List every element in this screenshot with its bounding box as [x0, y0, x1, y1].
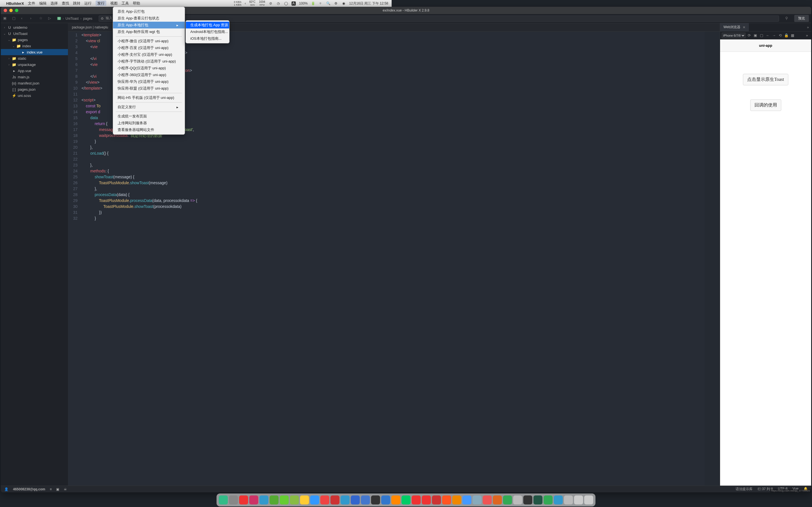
- menu-运行[interactable]: 运行: [84, 1, 92, 5]
- recycle-icon: ♻: [101, 17, 104, 20]
- publish-menu[interactable]: 原生 App-云打包原生 App-查看云打包状态原生 App-本地打包▸原生 A…: [113, 7, 185, 135]
- tree-item-unpackage[interactable]: ›📁unpackage: [1, 61, 68, 68]
- back-icon[interactable]: ‹: [21, 16, 26, 21]
- app-name[interactable]: HBuilderX: [6, 1, 24, 6]
- clock-icon[interactable]: ◷: [276, 1, 281, 6]
- dnd-icon[interactable]: ⊘: [269, 1, 273, 6]
- menu-编辑[interactable]: 编辑: [39, 1, 47, 5]
- breadcrumb[interactable]: U › UniToast › pages: [57, 17, 93, 20]
- save-icon[interactable]: ▢: [12, 16, 17, 21]
- tree-item-unidemo[interactable]: ›Uunidemo: [1, 24, 68, 31]
- menu-item[interactable]: 小程序-360(仅适用于 uni-app): [113, 71, 185, 78]
- local-package-submenu[interactable]: 生成本地打包 App 资源Android本地打包指南...iOS本地打包指南..…: [186, 20, 230, 43]
- menu-帮助[interactable]: 帮助: [133, 1, 140, 5]
- menu-item[interactable]: 快应用-联盟 (仅适用于 uni-app): [113, 85, 185, 92]
- prev-arrow-icon: ‹: [245, 1, 246, 5]
- maximize-button[interactable]: [15, 9, 18, 12]
- menu-item[interactable]: 小程序-QQ(仅适用于 uni-app): [113, 65, 185, 71]
- tree-item-pages.json[interactable]: [ ]pages.json: [1, 86, 68, 93]
- menu-item[interactable]: 快应用-华为 (仅适用于 uni-app): [113, 78, 185, 85]
- menu-item[interactable]: 上传网站到服务器: [113, 120, 185, 126]
- siri-icon[interactable]: ◉: [342, 1, 346, 6]
- menu-选择[interactable]: 选择: [50, 1, 58, 5]
- battery-icon[interactable]: 🔋: [311, 1, 315, 6]
- menu-视图[interactable]: 视图: [110, 1, 117, 5]
- minimize-button[interactable]: [9, 9, 13, 12]
- menu-item[interactable]: 查看服务器端网站文件: [113, 126, 185, 133]
- date-time[interactable]: 12月16日 周三 下午 12:58: [349, 1, 388, 6]
- forward-icon[interactable]: ›: [30, 16, 35, 21]
- menu-item[interactable]: 自定义发行▸: [113, 104, 185, 110]
- sidebar-toggle-icon[interactable]: ▣: [3, 16, 8, 21]
- menu-item[interactable]: 原生 App-本地打包▸: [113, 22, 185, 29]
- tree-item-index[interactable]: ⌄📁index: [1, 43, 68, 49]
- menu-item[interactable]: 原生 App-云打包: [113, 8, 185, 15]
- menu-item[interactable]: 小程序-百度 (仅适用于 uni-app): [113, 45, 185, 51]
- breadcrumb-root-icon: U: [57, 17, 61, 20]
- tree-item-static[interactable]: ›📁static: [1, 55, 68, 61]
- project-explorer[interactable]: ›Uunidemo⌄UUniToast⌄📁pages⌄📁index▸index.…: [1, 23, 68, 244]
- submenu-item[interactable]: iOS本地打包指南...: [186, 35, 229, 42]
- menu-发行[interactable]: 发行: [96, 1, 106, 6]
- input-method-icon[interactable]: A: [292, 1, 296, 6]
- line-gutter: 1234567891011121314151617181920212223242…: [68, 32, 80, 244]
- tree-item-pages[interactable]: ⌄📁pages: [1, 37, 68, 43]
- submenu-item[interactable]: 生成本地打包 App 资源: [186, 22, 229, 29]
- menu-item[interactable]: 小程序-字节跳动 (仅适用于 uni-app): [113, 58, 185, 65]
- window-title: ex/index.vue - HBuilder X 2.9.8: [383, 8, 392, 12]
- menu-item[interactable]: 原生 App-查看云打包状态: [113, 15, 185, 22]
- menu-item[interactable]: 生成统一发布页面: [113, 113, 185, 120]
- submenu-item[interactable]: Android本地打包指南...: [186, 29, 229, 35]
- close-button[interactable]: [4, 9, 7, 12]
- menu-查找[interactable]: 查找: [62, 1, 69, 5]
- breadcrumb-item[interactable]: pages: [83, 17, 93, 20]
- tree-item-main.js[interactable]: Jsmain.js: [1, 74, 68, 80]
- menu-跳转[interactable]: 跳转: [73, 1, 80, 5]
- tree-item-App.vue[interactable]: ▸App.vue: [1, 68, 68, 74]
- network-speed: 0 KB/s1 KB/s: [234, 1, 241, 6]
- control-center-icon[interactable]: ⚙: [334, 1, 338, 6]
- cpu-temp: 60°CSEN: [249, 1, 255, 6]
- menu-item[interactable]: 小程序-支付宝 (仅适用于 uni-app): [113, 51, 185, 58]
- titlebar: ex/index.vue - HBuilder X 2.9.8: [1, 7, 392, 14]
- star-icon[interactable]: ☆: [39, 16, 44, 21]
- macos-menubar: HBuilderX 文件编辑选择查找跳转运行发行视图工具帮助 0 KB/s1 K…: [0, 0, 392, 7]
- tree-item-UniToast[interactable]: ⌄UUniToast: [1, 31, 68, 37]
- tree-item-index.vue[interactable]: ▸index.vue: [1, 49, 68, 55]
- menu-工具[interactable]: 工具: [121, 1, 129, 5]
- wifi-icon[interactable]: ᯤ: [319, 1, 323, 6]
- tree-item-manifest.json[interactable]: {o}manifest.json: [1, 80, 68, 86]
- fan-rpm: 1694RPM: [259, 1, 265, 6]
- menu-item[interactable]: 原生 App-制作应用 wgt 包: [113, 29, 185, 35]
- menu-item[interactable]: 网站-H5 手机版 (仅适用于 uni-app): [113, 94, 185, 101]
- tray-icon[interactable]: ◯: [284, 1, 288, 6]
- menu-文件[interactable]: 文件: [28, 1, 35, 5]
- menu-item[interactable]: 小程序-微信 (仅适用于 uni-app): [113, 38, 185, 45]
- tree-item-uni.scss[interactable]: ⚡uni.scss: [1, 93, 68, 99]
- battery-text: 100%: [299, 1, 308, 5]
- search-icon[interactable]: 🔍: [326, 1, 331, 6]
- breadcrumb-item[interactable]: UniToast: [65, 17, 79, 20]
- editor-tab[interactable]: package.json | nativeplu: [68, 23, 112, 31]
- run-icon[interactable]: ▷: [48, 16, 53, 21]
